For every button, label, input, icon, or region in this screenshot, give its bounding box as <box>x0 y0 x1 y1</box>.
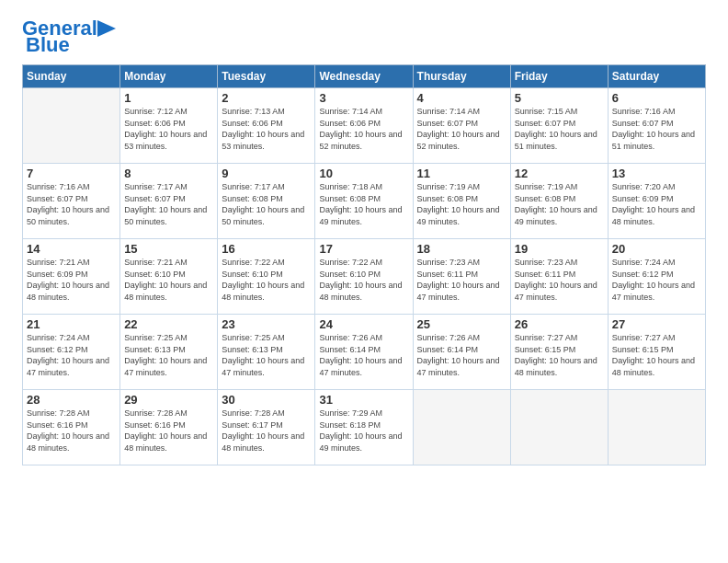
day-info: Sunrise: 7:23 AMSunset: 6:11 PMDaylight:… <box>515 257 604 303</box>
weekday-header-cell: Sunday <box>23 65 120 88</box>
calendar-day-cell: 25 Sunrise: 7:26 AMSunset: 6:14 PMDaylig… <box>413 315 510 390</box>
calendar-day-cell: 31 Sunrise: 7:29 AMSunset: 6:18 PMDaylig… <box>315 390 413 465</box>
day-number: 16 <box>222 242 311 256</box>
calendar-day-cell: 9 Sunrise: 7:17 AMSunset: 6:08 PMDayligh… <box>218 164 315 239</box>
calendar-day-cell: 22 Sunrise: 7:25 AMSunset: 6:13 PMDaylig… <box>120 315 218 390</box>
day-info: Sunrise: 7:24 AMSunset: 6:12 PMDaylight:… <box>612 257 701 303</box>
logo: General Blue <box>22 18 118 55</box>
day-info: Sunrise: 7:20 AMSunset: 6:09 PMDaylight:… <box>612 181 701 227</box>
weekday-header-cell: Friday <box>510 65 608 88</box>
day-number: 1 <box>124 91 213 105</box>
day-number: 10 <box>319 167 408 180</box>
calendar-day-cell <box>510 390 608 465</box>
day-info: Sunrise: 7:14 AMSunset: 6:07 PMDaylight:… <box>417 106 506 152</box>
day-number: 13 <box>612 167 701 180</box>
day-number: 30 <box>222 393 311 407</box>
calendar-day-cell: 16 Sunrise: 7:22 AMSunset: 6:10 PMDaylig… <box>218 239 315 315</box>
calendar-day-cell: 13 Sunrise: 7:20 AMSunset: 6:09 PMDaylig… <box>608 164 705 239</box>
day-number: 2 <box>222 91 311 105</box>
header: General Blue <box>22 18 706 55</box>
calendar-day-cell: 24 Sunrise: 7:26 AMSunset: 6:14 PMDaylig… <box>315 315 413 390</box>
calendar-week-row: 28 Sunrise: 7:28 AMSunset: 6:16 PMDaylig… <box>23 390 706 465</box>
day-number: 7 <box>27 167 116 180</box>
day-info: Sunrise: 7:18 AMSunset: 6:08 PMDaylight:… <box>319 181 408 227</box>
day-info: Sunrise: 7:28 AMSunset: 6:16 PMDaylight:… <box>27 408 116 454</box>
page: General Blue SundayMondayTuesdayWednesda… <box>0 0 728 563</box>
calendar-day-cell: 6 Sunrise: 7:16 AMSunset: 6:07 PMDayligh… <box>608 88 705 164</box>
day-info: Sunrise: 7:23 AMSunset: 6:11 PMDaylight:… <box>417 257 506 303</box>
day-info: Sunrise: 7:21 AMSunset: 6:09 PMDaylight:… <box>27 257 116 303</box>
day-number: 21 <box>27 317 116 331</box>
day-info: Sunrise: 7:15 AMSunset: 6:07 PMDaylight:… <box>515 106 604 152</box>
day-number: 4 <box>417 91 506 105</box>
day-number: 25 <box>417 317 506 331</box>
calendar-day-cell <box>413 390 510 465</box>
day-number: 3 <box>319 91 408 105</box>
day-info: Sunrise: 7:17 AMSunset: 6:07 PMDaylight:… <box>124 181 213 227</box>
logo-arrow-icon <box>97 20 118 37</box>
calendar-day-cell: 1 Sunrise: 7:12 AMSunset: 6:06 PMDayligh… <box>120 88 218 164</box>
day-info: Sunrise: 7:16 AMSunset: 6:07 PMDaylight:… <box>612 106 701 152</box>
day-info: Sunrise: 7:13 AMSunset: 6:06 PMDaylight:… <box>222 106 311 152</box>
day-info: Sunrise: 7:25 AMSunset: 6:13 PMDaylight:… <box>222 332 311 378</box>
day-info: Sunrise: 7:25 AMSunset: 6:13 PMDaylight:… <box>124 332 213 378</box>
day-info: Sunrise: 7:24 AMSunset: 6:12 PMDaylight:… <box>27 332 116 378</box>
calendar-week-row: 1 Sunrise: 7:12 AMSunset: 6:06 PMDayligh… <box>23 88 706 164</box>
calendar-table: SundayMondayTuesdayWednesdayThursdayFrid… <box>22 64 706 465</box>
day-number: 22 <box>124 317 213 331</box>
day-info: Sunrise: 7:27 AMSunset: 6:15 PMDaylight:… <box>515 332 604 378</box>
calendar-day-cell: 19 Sunrise: 7:23 AMSunset: 6:11 PMDaylig… <box>510 239 608 315</box>
day-number: 14 <box>27 242 116 256</box>
calendar-day-cell: 5 Sunrise: 7:15 AMSunset: 6:07 PMDayligh… <box>510 88 608 164</box>
weekday-header-cell: Saturday <box>608 65 705 88</box>
calendar-day-cell: 20 Sunrise: 7:24 AMSunset: 6:12 PMDaylig… <box>608 239 705 315</box>
calendar-day-cell: 27 Sunrise: 7:27 AMSunset: 6:15 PMDaylig… <box>608 315 705 390</box>
calendar-day-cell: 18 Sunrise: 7:23 AMSunset: 6:11 PMDaylig… <box>413 239 510 315</box>
weekday-header-cell: Wednesday <box>315 65 413 88</box>
calendar-day-cell: 21 Sunrise: 7:24 AMSunset: 6:12 PMDaylig… <box>23 315 120 390</box>
day-number: 6 <box>612 91 701 105</box>
calendar-day-cell: 7 Sunrise: 7:16 AMSunset: 6:07 PMDayligh… <box>23 164 120 239</box>
calendar-day-cell: 12 Sunrise: 7:19 AMSunset: 6:08 PMDaylig… <box>510 164 608 239</box>
calendar-body: 1 Sunrise: 7:12 AMSunset: 6:06 PMDayligh… <box>23 88 706 465</box>
calendar-day-cell <box>608 390 705 465</box>
calendar-day-cell: 17 Sunrise: 7:22 AMSunset: 6:10 PMDaylig… <box>315 239 413 315</box>
day-info: Sunrise: 7:27 AMSunset: 6:15 PMDaylight:… <box>612 332 701 378</box>
logo-blue-text: Blue <box>26 35 70 55</box>
calendar-day-cell: 10 Sunrise: 7:18 AMSunset: 6:08 PMDaylig… <box>315 164 413 239</box>
calendar-day-cell: 29 Sunrise: 7:28 AMSunset: 6:16 PMDaylig… <box>120 390 218 465</box>
calendar-week-row: 21 Sunrise: 7:24 AMSunset: 6:12 PMDaylig… <box>23 315 706 390</box>
day-info: Sunrise: 7:28 AMSunset: 6:16 PMDaylight:… <box>124 408 213 454</box>
weekday-header-cell: Tuesday <box>218 65 315 88</box>
calendar-day-cell: 11 Sunrise: 7:19 AMSunset: 6:08 PMDaylig… <box>413 164 510 239</box>
calendar-day-cell: 3 Sunrise: 7:14 AMSunset: 6:06 PMDayligh… <box>315 88 413 164</box>
day-number: 9 <box>222 167 311 180</box>
day-number: 20 <box>612 242 701 256</box>
calendar-day-cell: 23 Sunrise: 7:25 AMSunset: 6:13 PMDaylig… <box>218 315 315 390</box>
calendar-day-cell: 28 Sunrise: 7:28 AMSunset: 6:16 PMDaylig… <box>23 390 120 465</box>
day-number: 12 <box>515 167 604 180</box>
calendar-day-cell: 15 Sunrise: 7:21 AMSunset: 6:10 PMDaylig… <box>120 239 218 315</box>
calendar-day-cell <box>23 88 120 164</box>
calendar-day-cell: 8 Sunrise: 7:17 AMSunset: 6:07 PMDayligh… <box>120 164 218 239</box>
calendar-day-cell: 4 Sunrise: 7:14 AMSunset: 6:07 PMDayligh… <box>413 88 510 164</box>
day-info: Sunrise: 7:22 AMSunset: 6:10 PMDaylight:… <box>222 257 311 303</box>
day-number: 27 <box>612 317 701 331</box>
day-info: Sunrise: 7:29 AMSunset: 6:18 PMDaylight:… <box>319 408 408 454</box>
day-number: 5 <box>515 91 604 105</box>
svg-marker-0 <box>97 20 116 37</box>
calendar-week-row: 14 Sunrise: 7:21 AMSunset: 6:09 PMDaylig… <box>23 239 706 315</box>
day-number: 15 <box>124 242 213 256</box>
calendar-day-cell: 2 Sunrise: 7:13 AMSunset: 6:06 PMDayligh… <box>218 88 315 164</box>
calendar-day-cell: 30 Sunrise: 7:28 AMSunset: 6:17 PMDaylig… <box>218 390 315 465</box>
calendar-week-row: 7 Sunrise: 7:16 AMSunset: 6:07 PMDayligh… <box>23 164 706 239</box>
day-number: 24 <box>319 317 408 331</box>
day-info: Sunrise: 7:19 AMSunset: 6:08 PMDaylight:… <box>417 181 506 227</box>
day-info: Sunrise: 7:22 AMSunset: 6:10 PMDaylight:… <box>319 257 408 303</box>
day-info: Sunrise: 7:12 AMSunset: 6:06 PMDaylight:… <box>124 106 213 152</box>
day-info: Sunrise: 7:26 AMSunset: 6:14 PMDaylight:… <box>319 332 408 378</box>
calendar-day-cell: 14 Sunrise: 7:21 AMSunset: 6:09 PMDaylig… <box>23 239 120 315</box>
weekday-header-row: SundayMondayTuesdayWednesdayThursdayFrid… <box>23 65 706 88</box>
day-number: 31 <box>319 393 408 407</box>
calendar-day-cell: 26 Sunrise: 7:27 AMSunset: 6:15 PMDaylig… <box>510 315 608 390</box>
